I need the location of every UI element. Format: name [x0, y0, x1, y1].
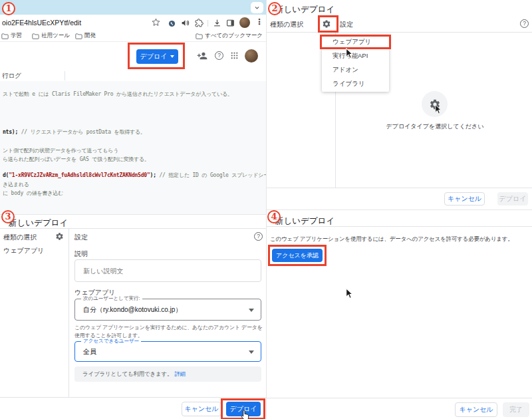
run-log-tab[interactable]: 行ログ: [2, 72, 21, 80]
browser-tab-strip: [0, 0, 266, 15]
deploy-button-label: デプロイ: [140, 52, 168, 61]
code-line: nts); // リクエストデータから postData を取得する。: [3, 128, 146, 136]
panel-step4-authorize: 新しいデプロイ このウェブ アプリケーションを使用するには、データへのアクセスを…: [266, 210, 532, 419]
apps-grid-icon[interactable]: [230, 51, 239, 60]
bookmark-folder[interactable]: 開発: [75, 32, 96, 40]
side-panel-icon[interactable]: [226, 19, 235, 27]
mouse-cursor: [345, 288, 353, 302]
deploy-label: デプロイ: [230, 404, 257, 414]
library-banner: ライブラリとしても利用できます。 詳細: [74, 366, 261, 382]
editor-toolbar: デプロイ ?: [0, 42, 266, 70]
help-icon[interactable]: ?: [520, 19, 529, 28]
bookmark-label: 開発: [84, 32, 96, 40]
menu-item-executable-api[interactable]: 実行可能API: [322, 49, 389, 63]
type-gear-icon[interactable]: [322, 19, 331, 29]
menu-item-library[interactable]: ライブラリ: [322, 77, 389, 91]
menu-item-label: 実行可能API: [332, 52, 368, 61]
execute-as-label: 次のユーザーとして実行:: [81, 295, 142, 302]
bookmark-folder[interactable]: 学習: [1, 32, 22, 40]
password-manager-icon[interactable]: [168, 20, 176, 27]
header-divider: [267, 32, 532, 33]
cancel-button[interactable]: キャンセル: [444, 192, 485, 206]
cancel-label: キャンセル: [459, 405, 493, 414]
access-select[interactable]: アクセスできるユーザー 全員: [74, 341, 261, 362]
description-input[interactable]: [74, 259, 261, 282]
deploy-button-disabled: デプロイ: [497, 192, 528, 206]
type-gear-icon[interactable]: [55, 232, 64, 241]
cancel-button[interactable]: キャンセル: [182, 402, 221, 416]
bookmark-star-icon[interactable]: [152, 18, 160, 27]
code-line: に body の値を書き込む: [3, 190, 63, 197]
empty-state-gear-circle: [422, 91, 448, 117]
tab-divider: [65, 71, 65, 80]
footer-divider: [0, 397, 266, 398]
dialog-title: 新しいデプロイ: [275, 4, 334, 15]
download-icon[interactable]: [213, 19, 221, 27]
step-badge-3: 3: [1, 210, 15, 223]
tab-list-button[interactable]: [251, 2, 263, 13]
cancel-label: キャンセル: [448, 194, 481, 204]
dialog-title: 新しいデプロイ: [275, 215, 334, 227]
menu-item-addon[interactable]: アドオン: [322, 63, 389, 77]
step-badge-1: 1: [2, 2, 15, 15]
audio-icon[interactable]: [181, 19, 190, 27]
settings-header: 設定: [74, 233, 88, 242]
dropdown-arrow-icon: [249, 309, 254, 312]
access-value: 全員: [83, 347, 96, 356]
deploy-dropdown-icon: [170, 55, 174, 58]
code-line: ント側で配列の状態データを作って送ってもらう: [3, 147, 118, 154]
chevron-down-icon: [254, 5, 260, 11]
folder-icon: [1, 33, 9, 39]
help-icon[interactable]: ?: [215, 51, 223, 60]
cancel-label: キャンセル: [184, 404, 218, 414]
cancel-button[interactable]: キャンセル: [455, 402, 497, 417]
title-divider: [0, 228, 266, 229]
done-button-disabled: 完了: [503, 402, 529, 417]
bookmark-folder[interactable]: 社用ツール: [32, 32, 70, 40]
authorize-label: アクセスを承認: [276, 251, 319, 260]
settings-header: 設定: [340, 20, 353, 29]
browser-profile-avatar[interactable]: [239, 17, 250, 28]
access-label: アクセスできるユーザー: [81, 338, 141, 345]
panel-step2-type-menu: 新しいデプロイ 種類の選択 設定 ? ウェブアプリ 実行可能API アドオン ラ…: [266, 0, 532, 210]
dialog-title: 新しいデプロイ: [9, 217, 68, 229]
toolbar-divider: |: [207, 19, 209, 27]
deploy-button[interactable]: デプロイ: [136, 49, 178, 64]
menu-item-label: ライブラリ: [332, 80, 365, 88]
authorize-message: このウェブ アプリケーションを使用するには、データへのアクセスを許可する必要があ…: [270, 235, 531, 243]
share-person-add-icon[interactable]: [197, 51, 207, 61]
all-bookmarks-button[interactable]: すべてのブックマーク: [196, 32, 263, 40]
bookmark-label: 社用ツール: [41, 32, 70, 40]
deploy-submit-button[interactable]: デプロイ: [226, 402, 261, 416]
authorize-access-button[interactable]: アクセスを承認: [272, 249, 323, 262]
footer-divider: [267, 398, 532, 398]
code-line: d("1-xR9VCzJZvARzm_fuAdhsldl8cWvl7cKntZA…: [3, 172, 266, 179]
menu-item-webapp[interactable]: ウェブアプリ: [322, 35, 389, 49]
editor-tab-row: 行ログ: [0, 70, 266, 81]
browser-menu-icon[interactable]: ⋮: [255, 17, 263, 27]
step-badge-2: 2: [268, 2, 281, 15]
library-detail-link[interactable]: 詳細: [174, 370, 186, 378]
folder-icon: [32, 33, 39, 39]
url-text[interactable]: oio2FE4hlsUEcXPYtf/edit: [2, 19, 81, 27]
sidebar-item-webapp[interactable]: ウェブアプリ: [3, 246, 44, 255]
empty-state-text: デプロイタイプを選択してください: [368, 122, 501, 131]
account-avatar[interactable]: [245, 49, 258, 63]
sidebar-divider: [68, 229, 69, 397]
extensions-icon[interactable]: [195, 19, 203, 27]
code-line: ストで起動 e には Claris FileMaker Pro から送信されたリ…: [3, 90, 233, 98]
library-note: ライブラリとしても利用できます。: [82, 370, 172, 378]
menu-item-label: アドオン: [332, 66, 358, 74]
bookmark-label: 学習: [11, 32, 22, 40]
menu-item-label: ウェブアプリ: [332, 38, 371, 47]
folder-icon: [75, 33, 82, 39]
gear-icon: [429, 98, 441, 110]
code-editor[interactable]: ストで起動 e には Claris FileMaker Pro から送信されたリ…: [0, 81, 266, 214]
folder-icon: [196, 33, 203, 39]
step-badge-4: 4: [267, 210, 281, 223]
dropdown-arrow-icon: [249, 350, 254, 354]
footer-divider: [267, 188, 532, 188]
deploy-label: デプロイ: [499, 194, 527, 204]
execute-as-select[interactable]: 次のユーザーとして実行: 自分（ry.kondo@kotovuki.co.jp）: [74, 299, 261, 321]
help-icon[interactable]: ?: [254, 232, 263, 241]
